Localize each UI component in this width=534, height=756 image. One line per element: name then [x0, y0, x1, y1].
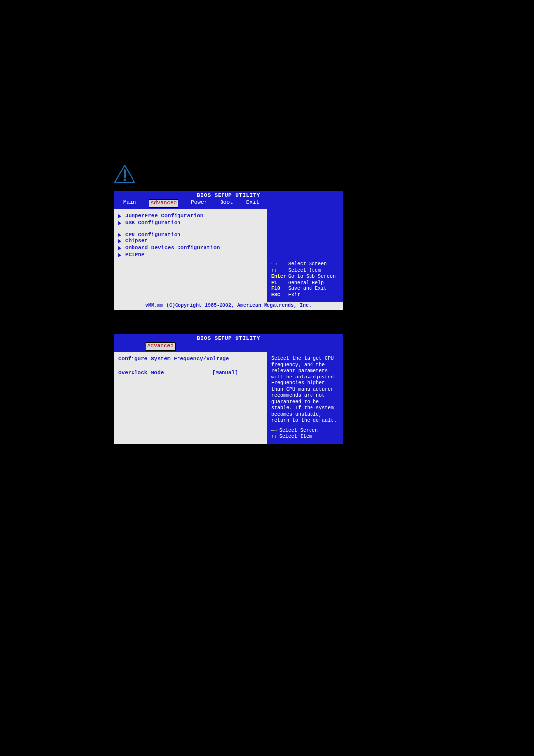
option-desc-auto: - loads the optimal settings for the sys…: [130, 509, 265, 517]
bios-left-pane: JumperFree Configuration USB Configurati…: [114, 209, 268, 302]
svg-point-2: [124, 178, 126, 181]
bios-screenshot-advanced: BIOS SETUP UTILITY Main Advanced Power B…: [114, 191, 343, 310]
submenu-arrow-icon: [118, 214, 121, 218]
nav-key: ESC: [271, 292, 288, 299]
bios-item-chipset: Chipset: [125, 238, 148, 245]
nav-label: Select Screen: [288, 261, 338, 268]
nav-key: F1: [271, 280, 288, 286]
nav-key: ↑↓: [271, 434, 279, 440]
bios-item-usb: USB Configuration: [125, 220, 180, 227]
bios-left-pane: Configure System Frequency/Voltage Overc…: [114, 352, 268, 444]
option-desc-manual: - allows you to individually set overclo…: [138, 496, 314, 504]
caution-icon: [114, 164, 135, 184]
section-number: 2.4: [114, 124, 145, 137]
bios-tab-power: Power: [191, 199, 207, 207]
bios-item-cpu: CPU Configuration: [125, 232, 180, 238]
bios-tab-advanced: Advanced: [149, 199, 178, 207]
bios-nav-hints: ←→Select Screen ↑↓Select Item: [271, 428, 340, 440]
bios-tab-main: Main: [123, 199, 136, 207]
nav-key: ↑↓: [271, 268, 288, 274]
bios-tab-boot: Boot: [220, 199, 233, 207]
nav-key: ←→: [271, 428, 279, 434]
bios-tab-exit: Exit: [246, 199, 259, 207]
nav-label: Exit: [288, 292, 338, 299]
option-label-manual: Manual: [114, 496, 138, 504]
overclock-option-manual: Manual - allows you to individually set …: [114, 496, 345, 505]
key-plus: <+>: [205, 552, 217, 560]
section-intro: The Advanced menu items allow you to cha…: [114, 140, 345, 158]
caution-text: Take caution when changing the settings …: [145, 164, 345, 184]
overclock-option-auto: Auto - loads the optimal settings for th…: [114, 508, 345, 518]
bios-setting-row: Overclock Mode [Manual]: [118, 370, 264, 377]
nav-key: ←→: [271, 261, 288, 268]
bios-nav-hints: ←→Select Screen ↑↓Select Item EnterGo to…: [271, 261, 340, 298]
caution-block: Take caution when changing the settings …: [114, 164, 345, 184]
nav-label: Save and Exit: [288, 286, 338, 292]
bios-tab-advanced: Advanced: [146, 342, 175, 350]
sub-item-title-cpu-frequency: CPU Frequency [200 MHz]: [136, 522, 338, 530]
bios-setting-key: Overclock Mode: [118, 370, 212, 377]
nav-label: General Help: [288, 280, 338, 286]
submenu-arrow-icon: [118, 246, 121, 250]
footer-page-number: 2-17: [332, 591, 345, 598]
page-footer: ASUS P5VDC-MX 2-17: [114, 591, 345, 598]
footer-model: ASUS P5VDC-MX: [114, 591, 168, 598]
bios-item-onboard: Onboard Devices Configuration: [125, 245, 220, 252]
bios-subheader: Configure System Frequency/Voltage: [118, 356, 264, 363]
nav-key: Enter: [271, 274, 288, 280]
overclock-description: Allows selection of CPU overclocking opt…: [114, 464, 345, 493]
bios-copyright: vMM.mm (C)Copyright 1985-2002, American …: [114, 302, 343, 310]
key-minus: <->: [233, 552, 243, 560]
cpu-freq-text-mid: and: [217, 552, 233, 560]
footer-rule: [114, 587, 345, 588]
bios-screenshot-jumperfree: BIOS SETUP UTILITY Advanced Configure Sy…: [114, 334, 343, 445]
bios-title: BIOS SETUP UTILITY: [114, 334, 343, 342]
item-title-overclock: Overclock Mode [Auto]: [114, 454, 345, 462]
bios-item-pcipnp: PCIPnP: [125, 252, 145, 259]
section-title: 2.4 Advanced menu: [114, 124, 345, 137]
bios-title: BIOS SETUP UTILITY: [114, 191, 343, 199]
option-label-auto: Auto: [114, 509, 130, 517]
subsection-name: JumperFree Configuration: [143, 319, 258, 330]
bios-right-pane: Select the target CPU frequency, and the…: [268, 352, 343, 444]
manual-page: 2.4 Advanced menu The Advanced menu item…: [114, 124, 345, 598]
nav-label: Go to Sub Screen: [288, 274, 338, 280]
bios-setting-value: [Manual]: [212, 370, 238, 377]
cpu-frequency-description: Displays the frequency sent by the clock…: [136, 532, 338, 580]
subsection-number: 2.4.1: [114, 319, 141, 330]
bios-right-pane: ←→Select Screen ↑↓Select Item EnterGo to…: [268, 209, 343, 302]
bios-tab-bar: Main Advanced Power Boot Exit: [114, 199, 343, 209]
nav-key: F10: [271, 286, 288, 292]
submenu-arrow-icon: [118, 221, 121, 225]
submenu-arrow-icon: [118, 253, 121, 257]
bios-help-text: Select the target CPU frequency, and the…: [271, 356, 340, 424]
bios-item-jumperfree: JumperFree Configuration: [125, 213, 203, 220]
nav-label: Select Item: [288, 268, 338, 274]
subsection-title: 2.4.1 JumperFree Configuration: [114, 319, 345, 330]
submenu-arrow-icon: [118, 233, 121, 237]
cpu-frequency-block: CPU Frequency [200 MHz] Displays the fre…: [136, 522, 338, 580]
submenu-arrow-icon: [118, 239, 121, 243]
nav-label: Select Screen: [279, 428, 320, 434]
section-name: Advanced menu: [148, 124, 234, 136]
nav-label: Select Item: [279, 434, 320, 440]
